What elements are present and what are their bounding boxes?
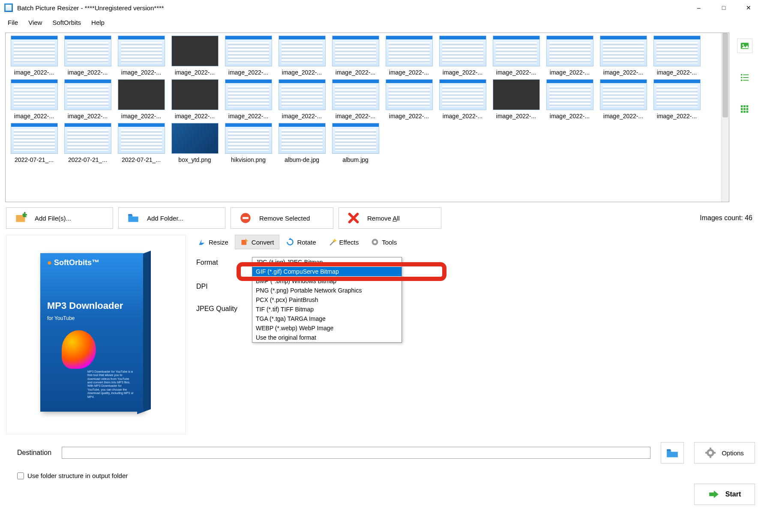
title-bar: Batch Picture Resizer - ****Unregistered… — [0, 0, 761, 15]
thumbnail-item[interactable]: 2022-07-21_... — [114, 123, 168, 163]
product-box-image: ● SoftOrbits™ MP3 Downloaderfor YouTube … — [32, 245, 160, 424]
thumbnail-label: image_2022-... — [175, 113, 215, 120]
thumbnail-item[interactable]: image_2022-... — [275, 36, 329, 76]
format-option[interactable]: Use the original format — [252, 333, 401, 342]
thumbnail-item[interactable]: image_2022-... — [114, 36, 168, 76]
tab-resize[interactable]: Resize — [192, 235, 234, 249]
menu-softorbits[interactable]: SoftOrbits — [47, 17, 86, 28]
thumbnail-item[interactable]: image_2022-... — [543, 36, 596, 76]
thumbnail-image — [64, 79, 111, 110]
thumbnail-item[interactable]: album-de.jpg — [275, 123, 329, 163]
thumbnail-item[interactable]: image_2022-... — [650, 36, 704, 76]
thumbnail-image — [225, 123, 272, 154]
thumbnail-image — [118, 36, 165, 66]
format-option[interactable]: TGA (*.tga) TARGA Image — [252, 314, 401, 323]
remove-icon — [240, 212, 252, 224]
svg-rect-9 — [743, 105, 746, 108]
thumbnail-item[interactable]: image_2022-... — [596, 36, 650, 76]
thumbnail-image — [653, 79, 701, 110]
thumbnail-item[interactable]: image_2022-... — [61, 79, 114, 120]
tab-tools[interactable]: Tools — [365, 235, 402, 249]
format-option[interactable]: GIF (*.gif) CompuServe Bitmap — [252, 267, 401, 276]
thumbnail-item[interactable]: image_2022-... — [275, 79, 329, 120]
thumbnail-label: image_2022-... — [443, 69, 482, 76]
settings-tabs: Resize Convert Rotate Effects Tools — [192, 235, 755, 249]
remove-all-icon — [348, 212, 360, 224]
thumbnail-label: image_2022-... — [228, 69, 268, 76]
thumbnail-label: image_2022-... — [121, 69, 161, 76]
thumbnail-item[interactable]: image_2022-... — [650, 79, 704, 120]
thumbnail-item[interactable]: image_2022-... — [596, 79, 650, 120]
add-folder-button[interactable]: Add Folder... — [118, 207, 225, 229]
folder-structure-checkbox-input[interactable] — [17, 472, 24, 479]
maximize-button[interactable]: □ — [711, 0, 736, 15]
thumbnail-item[interactable]: image_2022-... — [329, 36, 382, 76]
thumbnail-item[interactable]: image_2022-... — [543, 79, 596, 120]
tab-effects[interactable]: Effects — [323, 235, 365, 249]
thumbnail-item[interactable]: image_2022-... — [382, 79, 436, 120]
format-option[interactable]: PCX (*.pcx) PaintBrush — [252, 295, 401, 305]
view-thumbnails-button[interactable] — [737, 39, 752, 53]
start-arrow-icon — [708, 490, 719, 499]
thumbnail-item[interactable]: box_ytd.png — [168, 123, 222, 163]
thumbnail-item[interactable]: image_2022-... — [222, 36, 275, 76]
menu-file[interactable]: File — [3, 17, 23, 28]
menu-view[interactable]: View — [23, 17, 47, 28]
svg-point-4 — [741, 77, 743, 78]
thumbnail-label: 2022-07-21_... — [122, 156, 161, 163]
thumbnail-item[interactable]: image_2022-... — [168, 36, 222, 76]
view-list-button[interactable] — [737, 70, 752, 85]
thumbnail-item[interactable]: image_2022-... — [489, 79, 543, 120]
destination-input[interactable] — [62, 447, 650, 459]
thumbnail-image — [493, 36, 540, 66]
thumbnail-item[interactable]: image_2022-... — [436, 36, 489, 76]
thumbnail-item[interactable]: image_2022-... — [168, 79, 222, 120]
thumbnail-item[interactable]: image_2022-... — [7, 79, 61, 120]
format-option[interactable]: PNG (*.png) Portable Network Graphics — [252, 286, 401, 295]
add-files-button[interactable]: Add File(s)... — [6, 207, 113, 229]
thumbnail-image — [332, 79, 379, 110]
destination-label: Destination — [17, 449, 51, 457]
tab-convert[interactable]: Convert — [235, 235, 280, 249]
thumbnail-image — [600, 79, 647, 110]
options-button[interactable]: Options — [694, 442, 755, 463]
browse-destination-button[interactable] — [661, 442, 684, 463]
remove-selected-button[interactable]: Remove Selected — [231, 207, 333, 229]
format-option[interactable]: TIF (*.tif) TIFF Bitmap — [252, 305, 401, 314]
thumbnail-image — [600, 36, 647, 66]
svg-rect-16 — [746, 111, 749, 113]
format-dropdown[interactable]: JPG (*.jpg) JPEG BitmapGIF (*.gif) Compu… — [252, 257, 402, 343]
format-option[interactable]: WEBP (*.webp) WebP Image — [252, 323, 401, 333]
thumbnail-image — [439, 36, 486, 66]
minimize-button[interactable]: – — [686, 0, 711, 15]
start-button[interactable]: Start — [694, 484, 755, 505]
format-option[interactable]: JPG (*.jpg) JPEG Bitmap — [252, 257, 401, 267]
remove-all-button[interactable]: Remove All — [339, 207, 441, 229]
folder-structure-checkbox[interactable]: Use folder structure in output folder — [17, 472, 755, 479]
thumbnail-item[interactable]: image_2022-... — [489, 36, 543, 76]
thumbnail-item[interactable]: album.jpg — [329, 123, 382, 163]
thumbnail-item[interactable]: 2022-07-21_... — [61, 123, 114, 163]
tab-rotate[interactable]: Rotate — [280, 235, 321, 249]
thumbnail-item[interactable]: hikvision.png — [222, 123, 275, 163]
thumbnail-label: album.jpg — [342, 156, 369, 163]
svg-rect-29 — [705, 452, 707, 454]
thumbnail-item[interactable]: image_2022-... — [382, 36, 436, 76]
format-label: Format — [196, 259, 252, 266]
gallery-scrollbar[interactable] — [721, 33, 729, 202]
thumbnail-item[interactable]: image_2022-... — [222, 79, 275, 120]
menu-help[interactable]: Help — [86, 17, 110, 28]
format-option[interactable]: BMP (*.bmp) Windows Bitmap — [252, 276, 401, 286]
thumbnail-image — [439, 79, 486, 110]
view-grid-button[interactable] — [737, 102, 752, 117]
thumbnail-item[interactable]: image_2022-... — [114, 79, 168, 120]
thumbnail-label: 2022-07-21_... — [68, 156, 107, 163]
thumbnail-item[interactable]: image_2022-... — [61, 36, 114, 76]
thumbnail-item[interactable]: 2022-07-21_... — [7, 123, 61, 163]
close-button[interactable]: ✕ — [736, 0, 761, 15]
thumbnail-item[interactable]: image_2022-... — [436, 79, 489, 120]
thumbnail-label: image_2022-... — [603, 69, 643, 76]
thumbnail-item[interactable]: image_2022-... — [329, 79, 382, 120]
images-count: Images count: 46 — [700, 214, 755, 222]
thumbnail-item[interactable]: image_2022-... — [7, 36, 61, 76]
